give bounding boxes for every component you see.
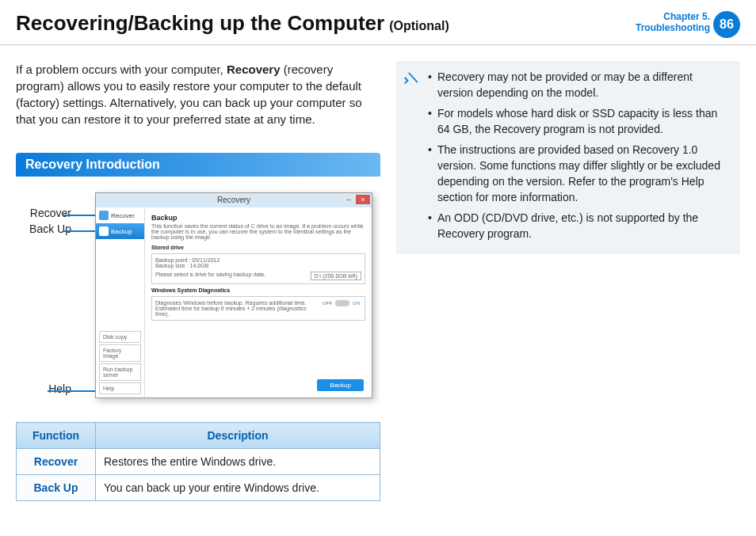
diag-desc: Diagnoses Windows before backup. Require… xyxy=(155,300,307,317)
minimize-icon: – xyxy=(342,195,356,204)
sidebar-factory-image: Factory Image xyxy=(99,344,141,362)
recovery-screenshot: Recovery – × Recover Backup Disk copy Fa… xyxy=(95,192,372,398)
toggle-off: OFF xyxy=(321,301,334,306)
backup-button: Backup xyxy=(317,379,364,391)
backup-point: Backup point : 05/11/2012 xyxy=(155,257,361,263)
chapter-wrap: Chapter 5. Troubleshooting 86 xyxy=(636,11,740,38)
sidebar-label-backup: Backup xyxy=(111,228,132,235)
table-row: Recover Restores the entire Windows driv… xyxy=(17,449,380,475)
toggle-on: ON xyxy=(351,301,361,306)
intro-paragraph: If a problem occurs with your computer, … xyxy=(16,61,380,127)
page-title: Recovering/Backing up the Computer xyxy=(16,11,384,36)
th-description: Description xyxy=(96,423,380,449)
select-drive-text: Please select a drive for saving backup … xyxy=(155,272,265,277)
sidebar: Recover Backup Disk copy Factory Image R… xyxy=(96,207,145,397)
function-table: Function Description Recover Restores th… xyxy=(16,422,380,501)
left-column: If a problem occurs with your computer, … xyxy=(16,61,380,501)
row-name: Recover xyxy=(17,449,96,475)
row-desc: You can back up your entire Windows driv… xyxy=(96,475,380,501)
sidebar-help: Help xyxy=(99,382,141,394)
chapter-label: Chapter 5. Troubleshooting xyxy=(636,11,710,33)
note-item: An ODD (CD/DVD drive, etc.) is not suppo… xyxy=(428,210,731,241)
note-icon xyxy=(403,69,420,86)
note-item: For models whose hard disk or SSD capaci… xyxy=(428,105,731,137)
callout-backup: Back Up xyxy=(16,222,71,235)
table-row: Back Up You can back up your entire Wind… xyxy=(17,475,380,501)
stored-drive-box: Backup point : 05/11/2012 Backup size : … xyxy=(151,253,365,284)
row-name: Back Up xyxy=(17,475,96,501)
callout-line-help xyxy=(48,390,98,392)
page-subtitle: (Optional) xyxy=(389,19,449,33)
window-title-bar: Recovery – × xyxy=(96,193,372,207)
page-number-badge: 86 xyxy=(713,11,740,38)
callout-help: Help xyxy=(16,382,71,395)
sidebar-item-backup: Backup xyxy=(96,223,144,239)
toggle-switch-icon xyxy=(335,300,349,306)
stored-drive-label: Stored drive xyxy=(151,245,365,250)
page-title-wrap: Recovering/Backing up the Computer (Opti… xyxy=(16,11,449,36)
table-header-row: Function Description xyxy=(17,423,380,449)
page-header: Recovering/Backing up the Computer (Opti… xyxy=(0,0,756,45)
select-drive-row: Please select a drive for saving backup … xyxy=(155,272,361,280)
th-function: Function xyxy=(17,423,96,449)
window-body: Recover Backup Disk copy Factory Image R… xyxy=(96,207,372,397)
diag-box: OFF ON Diagnoses Windows before backup. … xyxy=(151,296,365,321)
intro-bold: Recovery xyxy=(227,63,281,76)
callout-line-backup xyxy=(63,230,98,232)
main-panel: Backup This function saves the current s… xyxy=(145,207,372,397)
note-item: Recovery may not be provided or may be a… xyxy=(428,69,731,101)
main-desc: This function saves the current status o… xyxy=(151,223,365,240)
chapter-line1: Chapter 5. xyxy=(636,11,710,22)
main-heading: Backup xyxy=(151,214,365,222)
sidebar-run-backup-server: Run backup server xyxy=(99,363,141,381)
sidebar-item-recover: Recover xyxy=(96,207,144,223)
sidebar-bottom-group: Disk copy Factory Image Run backup serve… xyxy=(99,329,141,394)
note-item: The instructions are provided based on R… xyxy=(428,142,731,205)
section-heading: Recovery Introduction xyxy=(16,153,380,177)
note-box: Recovery may not be provided or may be a… xyxy=(396,61,740,254)
callout-line-recover xyxy=(63,215,98,216)
backup-size: Backup size : 14.0GB xyxy=(155,263,361,268)
drive-dropdown: D:\ (200.0GB left) xyxy=(311,272,361,280)
chapter-line2: Troubleshooting xyxy=(636,22,710,33)
sidebar-label-recover: Recover xyxy=(111,212,135,219)
row-desc: Restores the entire Windows drive. xyxy=(96,449,380,475)
callout-recover: Recover xyxy=(16,207,71,219)
diag-label: Windows System Diagnostics xyxy=(151,287,365,293)
intro-before: If a problem occurs with your computer, xyxy=(16,63,227,76)
window-buttons: – × xyxy=(342,195,370,204)
close-icon: × xyxy=(356,195,370,204)
note-list: Recovery may not be provided or may be a… xyxy=(428,69,731,241)
window-title: Recovery xyxy=(217,196,250,204)
content-columns: If a problem occurs with your computer, … xyxy=(0,45,756,501)
sidebar-disk-copy: Disk copy xyxy=(99,331,141,343)
recover-icon xyxy=(99,211,109,220)
right-column: Recovery may not be provided or may be a… xyxy=(396,61,740,501)
backup-icon xyxy=(99,226,109,236)
screenshot-with-callouts: Recover Back Up Help Recovery – × Recove… xyxy=(16,192,380,414)
diag-toggle: OFF ON xyxy=(321,300,361,306)
